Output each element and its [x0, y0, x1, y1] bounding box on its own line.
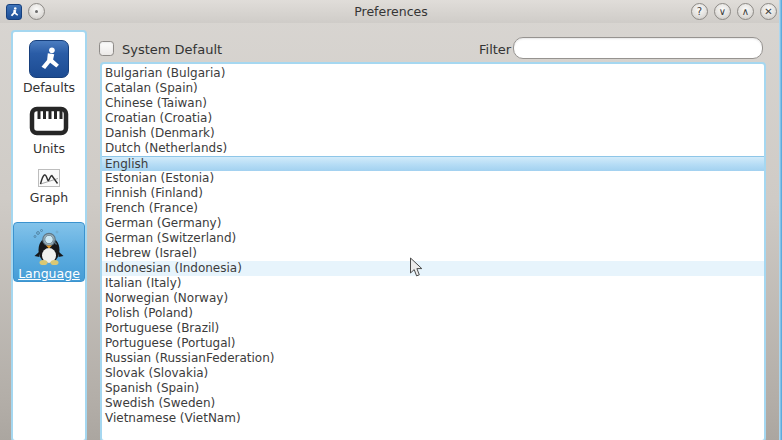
- sidebar-item-label: Defaults: [23, 80, 75, 95]
- language-list-item[interactable]: Croatian (Croatia): [102, 111, 764, 126]
- sidebar-item-language[interactable]: Language: [13, 222, 85, 282]
- chevron-up-icon: ∧: [742, 7, 749, 17]
- language-item-label: Finnish (Finland): [105, 186, 203, 200]
- language-item-label: Danish (Denmark): [105, 126, 215, 140]
- language-item-label: Dutch (Netherlands): [105, 141, 227, 155]
- language-list-item[interactable]: Polish (Poland): [102, 306, 764, 321]
- language-item-label: Polish (Poland): [105, 306, 193, 320]
- maximize-button[interactable]: ∧: [737, 3, 754, 20]
- chevron-down-icon: ∨: [719, 7, 726, 17]
- preferences-sidebar: Defaults Units Graph: [11, 30, 87, 440]
- language-item-label: Vietnamese (VietNam): [105, 411, 241, 425]
- language-list-item[interactable]: Vietnamese (VietNam): [102, 411, 764, 426]
- filter-input[interactable]: [513, 37, 763, 59]
- close-button[interactable]: ✕: [760, 3, 777, 20]
- titlebar[interactable]: Preferences ? ∨ ∧ ✕: [0, 0, 782, 23]
- language-list-item[interactable]: Russian (RussianFederation): [102, 351, 764, 366]
- sidebar-item-label: Units: [33, 141, 65, 156]
- mouse-cursor: [409, 257, 423, 278]
- diver-icon: [8, 6, 20, 18]
- language-item-label: German (Switzerland): [105, 231, 236, 245]
- sidebar-item-label: Graph: [30, 190, 68, 205]
- language-list-item[interactable]: English: [102, 156, 764, 171]
- language-list-item[interactable]: Chinese (Taiwan): [102, 96, 764, 111]
- language-list-item[interactable]: Italian (Italy): [102, 276, 764, 291]
- language-item-label: English: [105, 157, 148, 171]
- help-button[interactable]: ?: [691, 3, 708, 20]
- language-list-item[interactable]: German (Germany): [102, 216, 764, 231]
- penguin-icon: [29, 226, 69, 266]
- language-item-label: Norwegian (Norway): [105, 291, 228, 305]
- language-list-item[interactable]: French (France): [102, 201, 764, 216]
- sidebar-item-defaults[interactable]: Defaults: [13, 32, 85, 95]
- language-list-item[interactable]: Norwegian (Norway): [102, 291, 764, 306]
- sidebar-item-label: Language: [18, 266, 80, 281]
- language-item-label: Russian (RussianFederation): [105, 351, 274, 365]
- language-item-label: Portuguese (Brazil): [105, 321, 219, 335]
- language-item-label: Hebrew (Israel): [105, 246, 197, 260]
- sidebar-item-units[interactable]: Units: [13, 95, 85, 156]
- language-list-item[interactable]: Danish (Denmark): [102, 126, 764, 141]
- sticky-dot-icon: [35, 10, 38, 13]
- language-item-label: Estonian (Estonia): [105, 171, 214, 185]
- language-list-item[interactable]: Hebrew (Israel): [102, 246, 764, 261]
- app-icon: [6, 4, 22, 20]
- language-item-label: Swedish (Sweden): [105, 396, 215, 410]
- close-icon: ✕: [764, 7, 772, 17]
- language-list-item[interactable]: Spanish (Spain): [102, 381, 764, 396]
- system-default-checkbox[interactable]: [99, 41, 114, 56]
- graph-icon: [38, 169, 60, 187]
- language-list[interactable]: Bulgarian (Bulgaria) Catalan (Spain) Chi…: [100, 62, 766, 440]
- language-list-item[interactable]: Slovak (Slovakia): [102, 366, 764, 381]
- language-item-label: Chinese (Taiwan): [105, 96, 207, 110]
- language-item-label: Italian (Italy): [105, 276, 181, 290]
- language-item-label: French (France): [105, 201, 198, 215]
- language-list-item[interactable]: Portuguese (Brazil): [102, 321, 764, 336]
- language-item-label: German (Germany): [105, 216, 221, 230]
- system-default-label: System Default: [122, 42, 222, 57]
- language-list-item[interactable]: Finnish (Finland): [102, 186, 764, 201]
- sticky-button[interactable]: [28, 3, 45, 20]
- language-list-item[interactable]: German (Switzerland): [102, 231, 764, 246]
- language-list-item[interactable]: Bulgarian (Bulgaria): [102, 66, 764, 81]
- language-item-label: Spanish (Spain): [105, 381, 199, 395]
- sidebar-item-graph[interactable]: Graph: [13, 156, 85, 205]
- language-item-label: Indonesian (Indonesia): [105, 261, 242, 275]
- language-list-item[interactable]: Estonian (Estonia): [102, 171, 764, 186]
- language-list-item[interactable]: Catalan (Spain): [102, 81, 764, 96]
- filter-label: Filter: [479, 42, 511, 57]
- diver-icon: [29, 40, 69, 78]
- language-item-label: Croatian (Croatia): [105, 111, 212, 125]
- language-list-item[interactable]: Dutch (Netherlands): [102, 141, 764, 156]
- language-list-item[interactable]: Swedish (Sweden): [102, 396, 764, 411]
- language-item-label: Slovak (Slovakia): [105, 366, 208, 380]
- window-title: Preferences: [0, 4, 782, 19]
- minimize-button[interactable]: ∨: [714, 3, 731, 20]
- language-list-item[interactable]: Indonesian (Indonesia): [102, 261, 764, 276]
- language-item-label: Catalan (Spain): [105, 81, 198, 95]
- language-list-item[interactable]: Portuguese (Portugal): [102, 336, 764, 351]
- language-item-label: Bulgarian (Bulgaria): [105, 66, 225, 80]
- language-item-label: Portuguese (Portugal): [105, 336, 236, 350]
- help-icon: ?: [697, 7, 702, 17]
- ruler-icon: [29, 106, 69, 136]
